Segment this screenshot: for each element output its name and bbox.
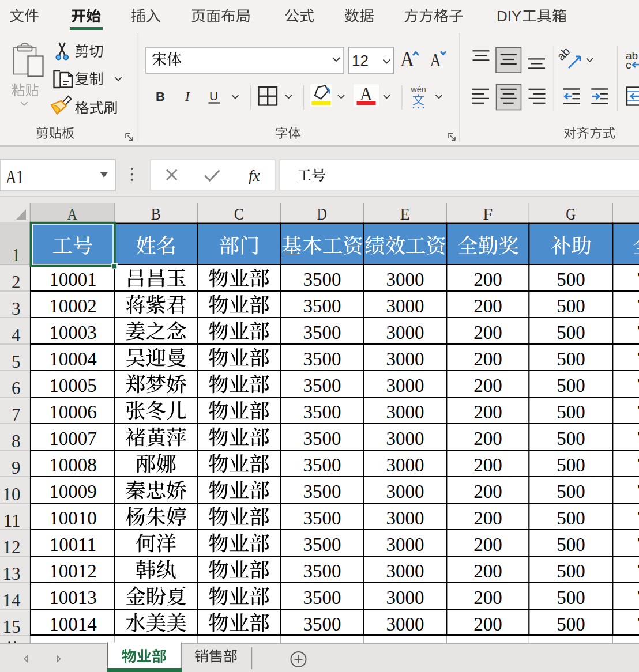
svg-text:200: 200 [473, 614, 502, 635]
svg-text:500: 500 [557, 428, 585, 449]
svg-text:3500: 3500 [303, 269, 341, 290]
svg-text:6: 6 [12, 378, 21, 398]
svg-text:12: 12 [352, 52, 369, 69]
svg-text:13: 13 [3, 564, 21, 584]
svg-text:3000: 3000 [386, 269, 424, 290]
svg-text:5: 5 [12, 352, 21, 372]
svg-text:500: 500 [557, 508, 585, 528]
svg-text:200: 200 [473, 587, 502, 608]
svg-text:3500: 3500 [303, 322, 341, 343]
svg-text:7: 7 [637, 561, 639, 582]
svg-text:10001: 10001 [49, 269, 97, 290]
svg-text:3000: 3000 [386, 534, 424, 555]
svg-text:200: 200 [473, 508, 502, 528]
svg-text:500: 500 [557, 349, 585, 369]
svg-text:10002: 10002 [49, 296, 97, 316]
svg-text:3: 3 [12, 299, 21, 319]
svg-text:2: 2 [12, 272, 21, 292]
svg-text:200: 200 [473, 269, 502, 290]
svg-text:10: 10 [3, 484, 21, 504]
svg-text:3500: 3500 [303, 614, 341, 635]
svg-text:DIY: DIY [497, 7, 521, 25]
svg-text:12: 12 [3, 537, 21, 557]
svg-text:9: 9 [12, 458, 21, 478]
svg-text:200: 200 [473, 296, 502, 316]
svg-text:7: 7 [637, 322, 639, 343]
svg-text:10006: 10006 [49, 402, 97, 422]
svg-text:7: 7 [637, 614, 639, 635]
svg-text:3000: 3000 [386, 561, 424, 582]
svg-text:7: 7 [637, 455, 639, 475]
svg-text:200: 200 [473, 402, 502, 422]
svg-text:7: 7 [637, 428, 639, 449]
svg-text:A: A [360, 84, 373, 104]
svg-text:3000: 3000 [386, 481, 424, 502]
svg-text:10009: 10009 [49, 481, 97, 502]
svg-text:U: U [209, 89, 218, 103]
svg-text:10011: 10011 [50, 534, 96, 555]
svg-text:3000: 3000 [386, 614, 424, 635]
svg-text:200: 200 [473, 455, 502, 475]
svg-text:7: 7 [637, 534, 639, 555]
svg-text:500: 500 [557, 402, 585, 422]
svg-text:3500: 3500 [303, 561, 341, 582]
svg-text:3000: 3000 [386, 428, 424, 449]
svg-text:500: 500 [557, 481, 585, 502]
svg-text:3000: 3000 [386, 349, 424, 369]
svg-text:B: B [156, 89, 165, 104]
svg-text:wén: wén [410, 85, 426, 94]
svg-text:c: c [626, 59, 632, 71]
svg-text:7: 7 [637, 508, 639, 528]
svg-text:3000: 3000 [386, 296, 424, 316]
svg-text:A1: A1 [6, 167, 24, 187]
svg-text:3500: 3500 [303, 508, 341, 528]
svg-text:7: 7 [12, 405, 21, 425]
svg-text:10013: 10013 [49, 587, 97, 608]
svg-text:15: 15 [3, 617, 21, 637]
svg-text:4: 4 [12, 325, 21, 345]
svg-text:500: 500 [557, 375, 585, 396]
svg-text:10005: 10005 [49, 375, 97, 396]
svg-text:3000: 3000 [386, 322, 424, 343]
svg-text:200: 200 [473, 349, 502, 369]
svg-text:7: 7 [637, 269, 639, 290]
svg-text:1: 1 [12, 245, 21, 265]
svg-text:10012: 10012 [49, 561, 97, 582]
svg-text:14: 14 [3, 590, 21, 610]
svg-text:3500: 3500 [303, 455, 341, 475]
svg-text:200: 200 [473, 428, 502, 449]
svg-text:E: E [400, 204, 410, 223]
svg-text:10010: 10010 [49, 508, 97, 528]
svg-text:7: 7 [637, 296, 639, 316]
svg-text:A: A [400, 47, 414, 71]
svg-text:3000: 3000 [386, 508, 424, 528]
svg-text:3500: 3500 [303, 587, 341, 608]
svg-text:7: 7 [637, 349, 639, 369]
svg-text:D: D [317, 204, 327, 223]
svg-text:7: 7 [637, 402, 639, 422]
svg-text:3500: 3500 [303, 296, 341, 316]
svg-text:500: 500 [557, 614, 585, 635]
svg-text:G: G [566, 204, 576, 223]
svg-text:3000: 3000 [386, 455, 424, 475]
svg-text:I: I [185, 89, 190, 104]
svg-text:10003: 10003 [49, 322, 97, 343]
svg-text:500: 500 [557, 534, 585, 555]
svg-text:3000: 3000 [386, 587, 424, 608]
svg-text:3500: 3500 [303, 481, 341, 502]
svg-text:500: 500 [557, 269, 585, 290]
svg-text:500: 500 [557, 561, 585, 582]
svg-text:10004: 10004 [49, 349, 97, 369]
svg-text:3500: 3500 [303, 402, 341, 422]
svg-text:3500: 3500 [303, 375, 341, 396]
svg-text:200: 200 [473, 481, 502, 502]
svg-text:8: 8 [12, 431, 21, 451]
svg-text:200: 200 [473, 322, 502, 343]
svg-text:B: B [151, 204, 161, 223]
svg-text:500: 500 [557, 587, 585, 608]
svg-text:C: C [234, 204, 244, 223]
svg-text:10007: 10007 [49, 428, 97, 449]
svg-text:7: 7 [637, 375, 639, 396]
svg-text:11: 11 [3, 511, 21, 531]
svg-text:500: 500 [557, 322, 585, 343]
